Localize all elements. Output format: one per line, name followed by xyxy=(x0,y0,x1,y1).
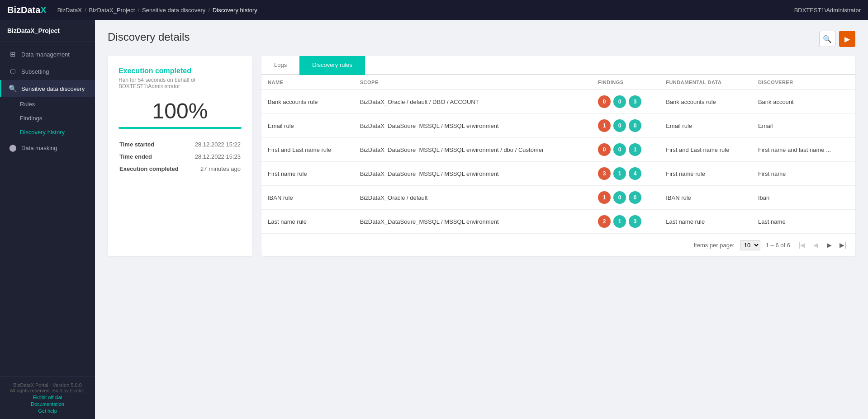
search-button[interactable]: 🔍 xyxy=(819,31,835,47)
page-next-button[interactable]: ▶ xyxy=(823,239,835,251)
run-button[interactable]: ▶ xyxy=(839,31,855,47)
cell-scope: BizDataX_DataSoure_MSSQL / MSSQL environ… xyxy=(354,138,592,162)
logo: BizDataX xyxy=(7,5,47,15)
cell-findings: 100 xyxy=(592,186,659,210)
cell-fundamental-data: Bank accounts rule xyxy=(659,90,752,114)
breadcrumb-current: Discovery history xyxy=(213,7,257,14)
panels: Execution completed Ran for 54 seconds o… xyxy=(108,56,855,256)
percent-display: 100% xyxy=(119,99,242,123)
cell-fundamental-data: Last name rule xyxy=(659,210,752,234)
findings-badge: 3 xyxy=(629,215,641,228)
cell-fundamental-data: Email rule xyxy=(659,114,752,138)
cell-name: IBAN rule xyxy=(261,186,354,210)
table-header: NAME ↑ SCOPE FINDINGS FUNDAMENTAL DATA D… xyxy=(261,75,855,90)
cell-fundamental-data: First name rule xyxy=(659,162,752,186)
breadcrumb-sep-1: / xyxy=(85,7,86,14)
findings-badge: 1 xyxy=(598,119,611,132)
table-row: IBAN ruleBizDataX_Oracle / default100IBA… xyxy=(261,186,855,210)
sidebar-item-subsetting[interactable]: ⬡ Subsetting xyxy=(0,63,95,80)
findings-badge: 0 xyxy=(613,143,626,156)
breadcrumb-item-1[interactable]: BizDataX xyxy=(57,7,82,14)
findings-badge: 0 xyxy=(629,191,641,204)
logo-text: BizDataX xyxy=(7,5,47,15)
sidebar: BizDataX_Project ⊞ Data management ⬡ Sub… xyxy=(0,20,95,419)
sidebar-version: BizDataX Portal - Version 5.0.0 xyxy=(7,382,88,388)
discovery-panel: Logs Discovery rules NAME ↑ SCOPE FINDIN… xyxy=(261,56,855,256)
sidebar-item-rules[interactable]: Rules xyxy=(0,97,95,111)
sidebar-item-data-masking[interactable]: ⬤ Data masking xyxy=(0,139,95,156)
exec-value-ended: 28.12.2022 15:23 xyxy=(186,151,241,162)
exec-label-started: Time started xyxy=(119,139,185,150)
findings-badge: 1 xyxy=(613,167,626,180)
pagination: Items per page: 10 25 50 1 – 6 of 6 |◀ ◀… xyxy=(261,234,855,256)
cell-discoverer: Bank account xyxy=(752,90,855,114)
breadcrumb-item-3[interactable]: Sensitive data discovery xyxy=(142,7,205,14)
sidebar-item-label: Data masking xyxy=(21,145,57,151)
sidebar-link-docs[interactable]: Documentation xyxy=(7,401,88,407)
col-findings: FINDINGS xyxy=(592,75,659,90)
findings-badge: 0 xyxy=(613,191,626,204)
data-management-icon: ⊞ xyxy=(9,50,17,58)
sidebar-footer: BizDataX Portal - Version 5.0.0 All righ… xyxy=(0,377,95,419)
breadcrumb-sep-3: / xyxy=(208,7,210,14)
table-row: Bank accounts ruleBizDataX_Oracle / defa… xyxy=(261,90,855,114)
exec-label-completed: Execution completed xyxy=(119,163,185,174)
topnav: BizDataX BizDataX / BizDataX_Project / S… xyxy=(0,0,868,20)
header-actions: 🔍 ▶ xyxy=(819,31,855,47)
execution-sub: Ran for 54 seconds on behalf of BDXTEST1… xyxy=(119,77,242,89)
data-masking-icon: ⬤ xyxy=(9,144,17,152)
exec-value-started: 28.12.2022 15:22 xyxy=(186,139,241,150)
cell-scope: BizDataX_Oracle / default / DBO / ACCOUN… xyxy=(354,90,592,114)
sidebar-item-findings[interactable]: Findings xyxy=(0,111,95,125)
breadcrumb-item-2[interactable]: BizDataX_Project xyxy=(89,7,135,14)
cell-discoverer: First name xyxy=(752,162,855,186)
table-row: First name ruleBizDataX_DataSoure_MSSQL … xyxy=(261,162,855,186)
breadcrumb-sep-2: / xyxy=(138,7,139,14)
tabs: Logs Discovery rules xyxy=(261,56,855,75)
sidebar-nav: ⊞ Data management ⬡ Subsetting 🔍 Sensiti… xyxy=(0,42,95,377)
sidebar-item-sensitive-data-discovery[interactable]: 🔍 Sensitive data discovery xyxy=(0,80,95,97)
execution-panel: Execution completed Ran for 54 seconds o… xyxy=(108,56,252,256)
findings-badge: 0 xyxy=(598,95,611,108)
exec-row-completed: Execution completed 27 minutes ago xyxy=(119,163,241,174)
findings-badge: 0 xyxy=(629,119,641,132)
page-header: Discovery details 🔍 ▶ xyxy=(108,31,855,47)
cell-name: Email rule xyxy=(261,114,354,138)
logo-x: X xyxy=(40,5,46,15)
cell-name: Bank accounts rule xyxy=(261,90,354,114)
tab-discovery-rules[interactable]: Discovery rules xyxy=(299,56,365,75)
sidebar-item-data-management[interactable]: ⊞ Data management xyxy=(0,46,95,63)
sensitive-data-icon: 🔍 xyxy=(9,85,17,93)
findings-badge: 1 xyxy=(629,143,641,156)
breadcrumb: BizDataX / BizDataX_Project / Sensitive … xyxy=(57,7,794,14)
col-discoverer: DISCOVERER xyxy=(752,75,855,90)
exec-label-ended: Time ended xyxy=(119,151,185,162)
table-header-row: NAME ↑ SCOPE FINDINGS FUNDAMENTAL DATA D… xyxy=(261,75,855,90)
sidebar-link-help[interactable]: Get help xyxy=(7,408,88,414)
table-body: Bank accounts ruleBizDataX_Oracle / defa… xyxy=(261,90,855,234)
cell-scope: BizDataX_DataSoure_MSSQL / MSSQL environ… xyxy=(354,210,592,234)
tab-logs[interactable]: Logs xyxy=(261,56,299,75)
findings-badge: 0 xyxy=(613,119,626,132)
sidebar-link-ekobit[interactable]: Ekobit official xyxy=(7,395,88,400)
col-name: NAME ↑ xyxy=(261,75,354,90)
page-first-button[interactable]: |◀ xyxy=(796,239,808,251)
cell-name: Last name rule xyxy=(261,210,354,234)
sidebar-project: BizDataX_Project xyxy=(0,20,95,42)
findings-badge: 3 xyxy=(629,95,641,108)
findings-badge: 0 xyxy=(613,95,626,108)
items-per-page-select[interactable]: 10 25 50 xyxy=(740,240,760,250)
cell-findings: 001 xyxy=(592,138,659,162)
cell-discoverer: Email xyxy=(752,114,855,138)
cell-findings: 100 xyxy=(592,114,659,138)
table-row: Last name ruleBizDataX_DataSoure_MSSQL /… xyxy=(261,210,855,234)
sidebar-rights: All rights reserved. Built by Ekobit. xyxy=(7,388,88,393)
cell-fundamental-data: First and Last name rule xyxy=(659,138,752,162)
page-range: 1 – 6 of 6 xyxy=(766,242,790,249)
page-last-button[interactable]: ▶| xyxy=(836,239,849,251)
sidebar-item-discovery-history[interactable]: Discovery history xyxy=(0,125,95,139)
findings-badge: 2 xyxy=(598,215,611,228)
page-prev-button[interactable]: ◀ xyxy=(809,239,822,251)
sidebar-item-label: Subsetting xyxy=(21,68,49,75)
exec-row-started: Time started 28.12.2022 15:22 xyxy=(119,139,241,150)
